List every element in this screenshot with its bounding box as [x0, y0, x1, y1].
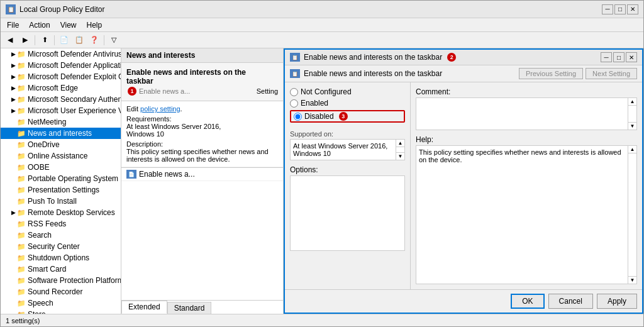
apply-button[interactable]: Apply: [597, 294, 637, 309]
tree-item-label: Microsoft Edge: [28, 84, 78, 92]
previous-setting-button[interactable]: Previous Setting: [519, 68, 583, 79]
tree-item-shutdown[interactable]: 📁 Shutdown Options: [1, 252, 121, 263]
tree-item-search[interactable]: 📁 Search: [1, 230, 121, 241]
up-button[interactable]: ⬆: [38, 34, 52, 47]
dialog-nav: 📋 Enable news and interests on the taskb…: [285, 65, 642, 82]
tree-item-smart-card[interactable]: 📁 Smart Card: [1, 263, 121, 275]
expand-icon[interactable]: ▶: [9, 50, 17, 58]
expand-icon[interactable]: ▶: [9, 73, 17, 80]
ok-button[interactable]: OK: [511, 294, 544, 309]
back-button[interactable]: ◀: [3, 34, 17, 47]
tree-item-rss[interactable]: 📁 RSS Feeds: [1, 218, 121, 230]
tree-item-edge[interactable]: ▶ 📁 Microsoft Edge: [1, 82, 121, 94]
radio-enabled[interactable]: Enabled: [290, 99, 405, 108]
tree-item-online-assistance[interactable]: 📁 Online Assistance: [1, 150, 121, 162]
tree-item-defender-antivirus[interactable]: ▶ 📁 Microsoft Defender Antivirus: [1, 48, 121, 60]
title-bar-controls: ─ □ ✕: [602, 4, 638, 14]
policy-link[interactable]: policy setting: [140, 105, 180, 113]
tree-item-defender-app[interactable]: ▶ 📁 Microsoft Defender Applicati...: [1, 60, 121, 71]
comment-scrollbar[interactable]: ▲ ▼: [628, 98, 636, 130]
expand-icon[interactable]: ▶: [9, 96, 17, 103]
app-icon: 📋: [6, 4, 16, 14]
radio-disabled[interactable]: Disabled 3: [290, 110, 405, 123]
supported-scrollbar[interactable]: ▲ ▼: [396, 140, 404, 160]
tab-standard[interactable]: Standard: [167, 302, 212, 314]
expand-icon[interactable]: ▶: [9, 107, 17, 114]
menu-action[interactable]: Action: [25, 19, 53, 31]
next-setting-button[interactable]: Next Setting: [586, 68, 637, 79]
tree-item-secondary-auth[interactable]: ▶ 📁 Microsoft Secondary Authent...: [1, 94, 121, 105]
dialog-minimize[interactable]: ─: [601, 52, 612, 62]
comment-section: Comment: ▲ ▼: [416, 87, 637, 130]
menu-view[interactable]: View: [57, 19, 80, 31]
tree-item-label: Remote Desktop Services: [28, 208, 115, 217]
minimize-button[interactable]: ─: [602, 4, 613, 14]
close-button[interactable]: ✕: [627, 4, 638, 14]
folder-icon: 📁: [17, 141, 26, 149]
tree-item-label: Sound Recorder: [28, 287, 82, 296]
tree-item-defender-exploit[interactable]: ▶ 📁 Microsoft Defender Exploit G...: [1, 71, 121, 82]
comment-scroll-up[interactable]: ▲: [628, 98, 636, 106]
tree-item-sound-recorder[interactable]: 📁 Sound Recorder: [1, 286, 121, 297]
supported-label: Supported on:: [290, 130, 405, 138]
help-scroll-down[interactable]: ▼: [628, 276, 636, 284]
help-scrollbar[interactable]: ▲ ▼: [628, 146, 636, 284]
radio-not-configured[interactable]: Not Configured: [290, 87, 405, 96]
status-bar: 1 setting(s): [1, 314, 643, 326]
folder-icon: 📁: [17, 186, 26, 194]
show-hide-button[interactable]: 📄: [57, 34, 71, 47]
tree-item-oobe[interactable]: 📁 OOBE: [1, 162, 121, 173]
tree-item-push-install[interactable]: 📁 Push To Install: [1, 196, 121, 207]
tree-item-onedrive[interactable]: 📁 OneDrive: [1, 139, 121, 150]
properties-button[interactable]: 📋: [72, 34, 86, 47]
expand-icon[interactable]: ▶: [9, 62, 17, 69]
tree-item-news-interests[interactable]: 📁 News and interests: [1, 128, 121, 139]
tree-item-portable-os[interactable]: 📁 Portable Operating System: [1, 173, 121, 184]
folder-icon: 📁: [17, 175, 26, 183]
tree-item-netmeeting[interactable]: 📁 NetMeeting: [1, 116, 121, 128]
scroll-up-icon[interactable]: ▲: [396, 140, 404, 147]
cancel-button[interactable]: Cancel: [548, 294, 593, 309]
folder-icon: 📁: [17, 299, 26, 308]
radio-disabled-input[interactable]: [294, 113, 302, 121]
setting-icon: 📄: [126, 170, 136, 179]
tree-item-label: Push To Install: [28, 197, 77, 206]
forward-button[interactable]: ▶: [18, 34, 32, 47]
window-title: Local Group Policy Editor: [19, 5, 104, 14]
maximize-button[interactable]: □: [614, 4, 626, 14]
tree-item-security-center[interactable]: 📁 Security Center: [1, 241, 121, 252]
tree-item-label: Microsoft User Experience Vi...: [28, 106, 121, 115]
tab-extended[interactable]: Extended: [121, 301, 167, 314]
menu-bar: File Action View Help: [1, 18, 643, 32]
radio-enabled-input[interactable]: [290, 99, 298, 108]
tree-item-presentation[interactable]: 📁 Presentation Settings: [1, 184, 121, 196]
tree-item-software-protection[interactable]: 📁 Software Protection Platform: [1, 275, 121, 286]
scroll-down-icon[interactable]: ▼: [396, 152, 404, 160]
dialog-footer: OK Cancel Apply: [285, 289, 642, 313]
menu-help[interactable]: Help: [83, 19, 106, 31]
tree-item-store[interactable]: 📁 Store: [1, 309, 121, 314]
comment-scroll-down[interactable]: ▼: [628, 122, 636, 130]
tree-item-speech[interactable]: 📁 Speech: [1, 297, 121, 309]
help-scroll-up[interactable]: ▲: [628, 146, 636, 153]
tree-item-user-experience[interactable]: ▶ 📁 Microsoft User Experience Vi...: [1, 105, 121, 116]
radio-disabled-label: Disabled: [304, 112, 334, 121]
dialog-maximize[interactable]: □: [613, 52, 625, 62]
dialog-title-icon: 📋: [290, 53, 300, 62]
expand-icon[interactable]: ▶: [9, 209, 17, 216]
radio-not-configured-input[interactable]: [290, 88, 298, 96]
tree-item-label: Presentation Settings: [28, 186, 99, 194]
menu-file[interactable]: File: [3, 19, 23, 31]
comment-label: Comment:: [416, 87, 637, 96]
toolbar-separator-3: [104, 35, 104, 45]
help-button[interactable]: ❓: [87, 34, 101, 47]
options-section: Options:: [290, 165, 405, 251]
settings-row-enable-news[interactable]: 📄 Enable news a...: [121, 168, 283, 181]
tree-item-remote-desktop[interactable]: ▶ 📁 Remote Desktop Services: [1, 207, 121, 218]
dialog-close[interactable]: ✕: [626, 52, 637, 62]
folder-icon: 📁: [17, 220, 26, 228]
expand-icon[interactable]: ▶: [9, 84, 17, 92]
comment-textarea[interactable]: [416, 98, 628, 130]
folder-icon: 📁: [17, 96, 26, 104]
filter-button[interactable]: ▽: [107, 34, 121, 47]
